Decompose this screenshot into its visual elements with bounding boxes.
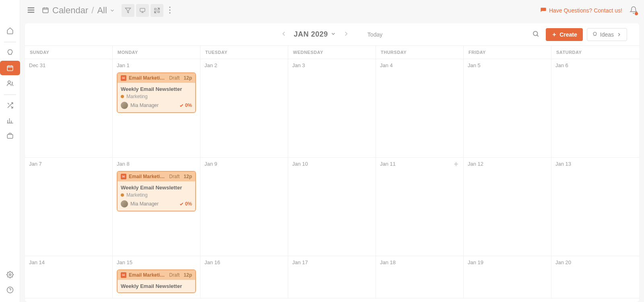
calendar-cell[interactable]: Jan 6 [551, 59, 639, 158]
day-header: MONDAY [113, 46, 200, 59]
shuffle-icon[interactable] [0, 98, 20, 113]
calendar-cell[interactable]: Jan 11 [376, 158, 464, 256]
event-type: Email Marketi… [129, 75, 167, 81]
search-icon[interactable] [530, 28, 542, 41]
create-button[interactable]: Create [546, 28, 583, 41]
next-month-button[interactable] [341, 29, 351, 40]
display-button[interactable] [136, 4, 149, 17]
event-assignee: Mia Manager [121, 200, 159, 207]
event-tag: Marketing [121, 94, 192, 99]
calendar-cell[interactable]: Jan 4 [376, 59, 464, 158]
event-time: 12p [184, 272, 192, 278]
calendar-cell[interactable]: Dec 31 [25, 59, 113, 158]
svg-point-1 [8, 81, 10, 83]
topbar: Calendar / All [20, 0, 644, 21]
idea-icon[interactable] [0, 45, 20, 60]
today-button[interactable]: Today [364, 29, 386, 40]
date-label: Jan 16 [204, 259, 284, 265]
calendar-cell[interactable]: Jan 12 [464, 158, 551, 256]
svg-point-10 [533, 31, 538, 36]
calendar-cell[interactable]: Jan 15 ✉ Email Marketi… Draft 12p Weekly… [113, 256, 200, 298]
calendar-cell[interactable]: Jan 8 ✉ Email Marketi… Draft 12p Weekly … [113, 158, 200, 256]
svg-point-3 [9, 274, 11, 276]
month-selector[interactable]: JAN 2029 [294, 30, 336, 39]
help-icon[interactable] [0, 283, 20, 297]
more-menu-icon[interactable] [166, 6, 174, 15]
filter-button[interactable] [122, 4, 134, 17]
date-label: Jan 10 [292, 161, 372, 167]
event-title: Weekly Email Newsletter [121, 283, 192, 289]
prev-month-button[interactable] [279, 29, 289, 40]
event-card[interactable]: ✉ Email Marketi… Draft 12p Weekly Email … [117, 171, 196, 212]
calendar-cell[interactable]: Jan 18 [376, 256, 464, 298]
event-title: Weekly Email Newsletter [121, 185, 192, 191]
calendar-cell[interactable]: Jan 7 [25, 158, 113, 256]
event-status: Draft [169, 174, 180, 179]
date-label: Jan 14 [29, 259, 108, 265]
date-label: Jan 4 [380, 62, 459, 68]
svg-rect-6 [140, 8, 145, 12]
chevron-down-icon [330, 30, 336, 39]
sidebar [0, 0, 20, 302]
create-button-label: Create [559, 31, 577, 38]
date-label: Jan 7 [29, 161, 108, 167]
calendar-cell[interactable]: Jan 13 [551, 158, 639, 256]
calendar-cell[interactable]: Jan 17 [288, 256, 376, 298]
notification-dot [635, 12, 638, 15]
menu-icon[interactable] [27, 6, 35, 16]
calendar-cell[interactable]: Jan 1 ✉ Email Marketi… Draft 12p Weekly … [113, 59, 200, 158]
svg-point-9 [169, 12, 170, 13]
breadcrumb-sub[interactable]: All [97, 5, 107, 16]
home-icon[interactable] [0, 23, 20, 38]
breadcrumb-title[interactable]: Calendar [52, 5, 88, 16]
calendar-cell[interactable]: Jan 20 [551, 256, 639, 298]
settings-icon[interactable] [0, 267, 20, 282]
event-card[interactable]: ✉ Email Marketi… Draft 12p Weekly Email … [117, 72, 196, 113]
briefcase-icon[interactable] [0, 129, 20, 143]
day-header: FRIDAY [464, 46, 551, 59]
calendar-cell[interactable]: Jan 16 [200, 256, 288, 298]
svg-rect-5 [43, 8, 48, 12]
event-card[interactable]: ✉ Email Marketi… Draft 12p Weekly Email … [117, 269, 196, 293]
month-label: JAN 2029 [294, 30, 328, 39]
calendar-cell[interactable]: Jan 9 [200, 158, 288, 256]
svg-rect-0 [7, 66, 13, 71]
add-event-icon[interactable] [453, 161, 459, 168]
chart-icon[interactable] [0, 113, 20, 128]
calendar-cell[interactable]: Jan 5 [464, 59, 551, 158]
email-icon: ✉ [121, 75, 126, 81]
calendar-header: JAN 2029 Today Create [25, 23, 639, 46]
contact-link-text: Have Questions? Contact us! [549, 7, 622, 14]
svg-point-8 [169, 9, 170, 10]
svg-rect-2 [7, 134, 13, 138]
date-label: Jan 6 [555, 62, 635, 68]
event-time: 12p [184, 174, 192, 179]
date-label: Jan 20 [555, 259, 635, 265]
calendar-cell[interactable]: Jan 2 [200, 59, 288, 158]
event-tag: Marketing [121, 192, 192, 198]
event-type: Email Marketi… [129, 272, 167, 278]
date-label: Jan 12 [468, 161, 547, 167]
day-header: THURSDAY [376, 46, 464, 59]
share-button[interactable] [151, 4, 163, 17]
notifications-icon[interactable] [630, 6, 638, 15]
event-type: Email Marketi… [129, 174, 167, 179]
date-label: Jan 9 [204, 161, 284, 167]
calendar-nav-icon[interactable] [0, 61, 20, 75]
date-label: Jan 8 [117, 161, 196, 167]
people-icon[interactable] [0, 76, 20, 90]
event-progress: 0% [179, 201, 192, 207]
calendar-cell[interactable]: Jan 3 [288, 59, 376, 158]
ideas-button[interactable]: Ideas [587, 28, 627, 41]
calendar-cell[interactable]: Jan 14 [25, 256, 113, 298]
calendar-cell[interactable]: Jan 19 [464, 256, 551, 298]
date-label: Jan 15 [117, 259, 196, 265]
calendar-cell[interactable]: Jan 10 [288, 158, 376, 256]
date-label: Jan 5 [468, 62, 547, 68]
day-header: SUNDAY [25, 46, 113, 59]
chevron-down-icon[interactable] [109, 5, 115, 16]
email-icon: ✉ [121, 272, 126, 278]
contact-link[interactable]: Have Questions? Contact us! [540, 7, 622, 14]
date-label: Jan 11 [380, 161, 459, 167]
event-title: Weekly Email Newsletter [121, 86, 192, 92]
